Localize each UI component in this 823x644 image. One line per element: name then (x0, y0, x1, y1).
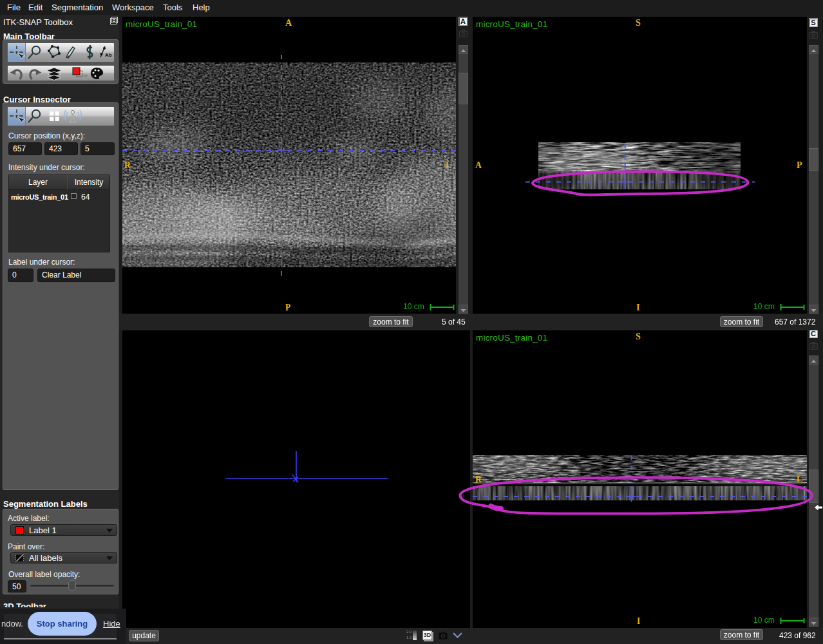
svg-text:Ab: Ab (105, 52, 112, 58)
